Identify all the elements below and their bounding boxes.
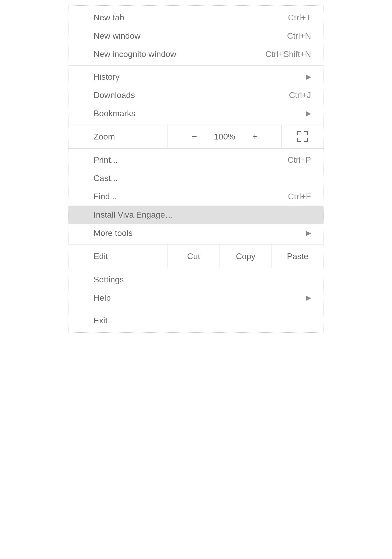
new-tab-shortcut: Ctrl+T [288,13,311,22]
cast-label: Cast... [94,173,311,183]
find-label: Find... [94,192,288,201]
new-incognito-item[interactable]: New incognito window Ctrl+Shift+N [68,45,324,63]
downloads-item[interactable]: Downloads Ctrl+J [68,86,324,104]
install-app-item[interactable]: Install Viva Engage… [68,206,324,224]
bookmarks-label: Bookmarks [94,109,304,118]
browser-overflow-menu: New tab Ctrl+T New window Ctrl+N New inc… [68,5,324,333]
new-window-label: New window [94,31,287,41]
help-item[interactable]: Help ▶ [68,289,324,307]
fullscreen-icon [297,131,308,142]
print-item[interactable]: Print... Ctrl+P [68,151,324,169]
submenu-arrow-icon: ▶ [306,73,311,80]
history-label: History [94,72,304,82]
zoom-out-button[interactable]: − [188,131,201,142]
new-incognito-shortcut: Ctrl+Shift+N [266,49,311,59]
settings-label: Settings [94,275,311,284]
zoom-controls: − 100% + [168,125,282,148]
copy-button[interactable]: Copy [220,244,272,268]
bookmarks-item[interactable]: Bookmarks ▶ [68,104,324,123]
submenu-arrow-icon: ▶ [306,294,311,301]
new-tab-label: New tab [94,13,288,22]
separator [68,65,324,66]
help-label: Help [94,293,304,303]
settings-item[interactable]: Settings [68,270,324,289]
fullscreen-button[interactable] [282,125,324,148]
downloads-label: Downloads [94,90,289,100]
print-shortcut: Ctrl+P [287,155,311,165]
zoom-row: Zoom − 100% + [68,125,324,149]
new-window-item[interactable]: New window Ctrl+N [68,27,324,45]
submenu-arrow-icon: ▶ [306,229,311,237]
paste-button[interactable]: Paste [272,244,324,268]
new-tab-item[interactable]: New tab Ctrl+T [68,8,324,27]
zoom-value: 100% [214,132,235,142]
edit-row: Edit Cut Copy Paste [68,244,324,268]
new-incognito-label: New incognito window [94,49,266,59]
exit-label: Exit [94,316,311,325]
print-label: Print... [94,155,287,165]
find-item[interactable]: Find... Ctrl+F [68,187,324,206]
submenu-arrow-icon: ▶ [306,110,311,117]
edit-label: Edit [68,244,168,268]
zoom-in-button[interactable]: + [248,131,261,142]
find-shortcut: Ctrl+F [288,192,311,201]
zoom-label: Zoom [68,125,168,148]
install-app-label: Install Viva Engage… [94,210,311,220]
new-window-shortcut: Ctrl+N [287,31,311,41]
more-tools-label: More tools [94,228,304,238]
more-tools-item[interactable]: More tools ▶ [68,224,324,242]
history-item[interactable]: History ▶ [68,68,324,86]
downloads-shortcut: Ctrl+J [289,90,311,100]
exit-item[interactable]: Exit [68,311,324,330]
cast-item[interactable]: Cast... [68,169,324,187]
separator [68,309,324,309]
cut-button[interactable]: Cut [168,244,220,268]
